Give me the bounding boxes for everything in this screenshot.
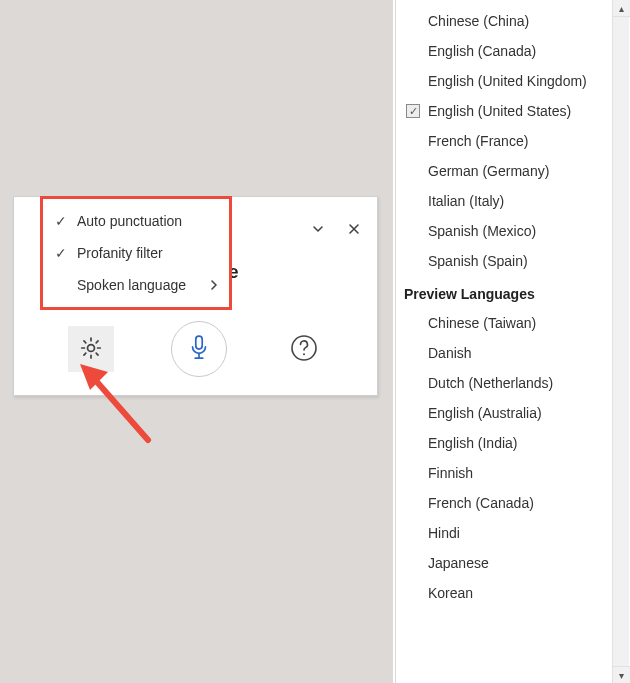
language-label: Korean xyxy=(428,585,473,601)
scroll-up-icon[interactable]: ▴ xyxy=(613,0,630,17)
menu-item-spoken-language[interactable]: Spoken language xyxy=(43,269,229,301)
card-topbar xyxy=(310,221,362,237)
check-icon: ✓ xyxy=(53,245,69,261)
language-label: Finnish xyxy=(428,465,473,481)
language-option[interactable]: French (France) xyxy=(396,126,612,156)
svg-rect-1 xyxy=(195,336,201,349)
svg-point-3 xyxy=(303,353,305,355)
microphone-button[interactable] xyxy=(171,321,227,377)
language-label: Chinese (China) xyxy=(428,13,529,29)
scrollbar[interactable]: ▴ ▾ xyxy=(612,0,629,683)
language-option[interactable]: Dutch (Netherlands) xyxy=(396,368,612,398)
menu-item-profanity-filter[interactable]: ✓ Profanity filter xyxy=(43,237,229,269)
language-list: Chinese (China) English (Canada) English… xyxy=(396,0,612,683)
language-label: Danish xyxy=(428,345,472,361)
svg-point-0 xyxy=(87,344,94,351)
language-label: English (Canada) xyxy=(428,43,536,59)
language-label: Italian (Italy) xyxy=(428,193,504,209)
card-actions xyxy=(14,321,377,377)
language-option-selected[interactable]: ✓ English (United States) xyxy=(396,96,612,126)
language-label: English (United States) xyxy=(428,103,571,119)
close-icon[interactable] xyxy=(346,221,362,237)
language-option[interactable]: Danish xyxy=(396,338,612,368)
language-label: Japanese xyxy=(428,555,489,571)
language-option[interactable]: English (India) xyxy=(396,428,612,458)
language-label: Spanish (Mexico) xyxy=(428,223,536,239)
help-button[interactable] xyxy=(284,329,324,369)
language-option[interactable]: English (United Kingdom) xyxy=(396,66,612,96)
language-label: English (Australia) xyxy=(428,405,542,421)
language-option[interactable]: English (Canada) xyxy=(396,36,612,66)
microphone-icon xyxy=(186,333,212,366)
language-label: French (France) xyxy=(428,133,528,149)
language-label: French (Canada) xyxy=(428,495,534,511)
language-option[interactable]: English (Australia) xyxy=(396,398,612,428)
language-panel: Chinese (China) English (Canada) English… xyxy=(395,0,629,683)
checkbox-checked-icon: ✓ xyxy=(406,104,420,118)
language-label: Hindi xyxy=(428,525,460,541)
language-option[interactable]: Japanese xyxy=(396,548,612,578)
language-label: Chinese (Taiwan) xyxy=(428,315,536,331)
language-label: English (United Kingdom) xyxy=(428,73,587,89)
language-option[interactable]: French (Canada) xyxy=(396,488,612,518)
language-option[interactable]: Spanish (Mexico) xyxy=(396,216,612,246)
menu-item-label: Spoken language xyxy=(77,277,186,293)
language-label: German (Germany) xyxy=(428,163,549,179)
gear-icon xyxy=(78,335,104,364)
chevron-down-icon[interactable] xyxy=(310,221,326,237)
language-option[interactable]: Finnish xyxy=(396,458,612,488)
language-option[interactable]: Chinese (China) xyxy=(396,6,612,36)
preview-languages-header: Preview Languages xyxy=(396,276,612,308)
menu-item-label: Profanity filter xyxy=(77,245,163,261)
language-label: English (India) xyxy=(428,435,518,451)
language-option[interactable]: German (Germany) xyxy=(396,156,612,186)
language-label: Dutch (Netherlands) xyxy=(428,375,553,391)
help-icon xyxy=(289,333,319,366)
check-icon: ✓ xyxy=(53,213,69,229)
chevron-right-icon xyxy=(209,277,219,293)
language-option[interactable]: Hindi xyxy=(396,518,612,548)
language-option[interactable]: Korean xyxy=(396,578,612,608)
scroll-down-icon[interactable]: ▾ xyxy=(613,666,630,683)
language-option[interactable]: Chinese (Taiwan) xyxy=(396,308,612,338)
menu-item-label: Auto punctuation xyxy=(77,213,182,229)
settings-popup: ✓ Auto punctuation ✓ Profanity filter Sp… xyxy=(40,196,232,310)
menu-item-auto-punctuation[interactable]: ✓ Auto punctuation xyxy=(43,205,229,237)
stage: to resume xyxy=(0,0,630,683)
language-label: Spanish (Spain) xyxy=(428,253,528,269)
settings-button[interactable] xyxy=(68,326,114,372)
language-option[interactable]: Spanish (Spain) xyxy=(396,246,612,276)
language-option[interactable]: Italian (Italy) xyxy=(396,186,612,216)
